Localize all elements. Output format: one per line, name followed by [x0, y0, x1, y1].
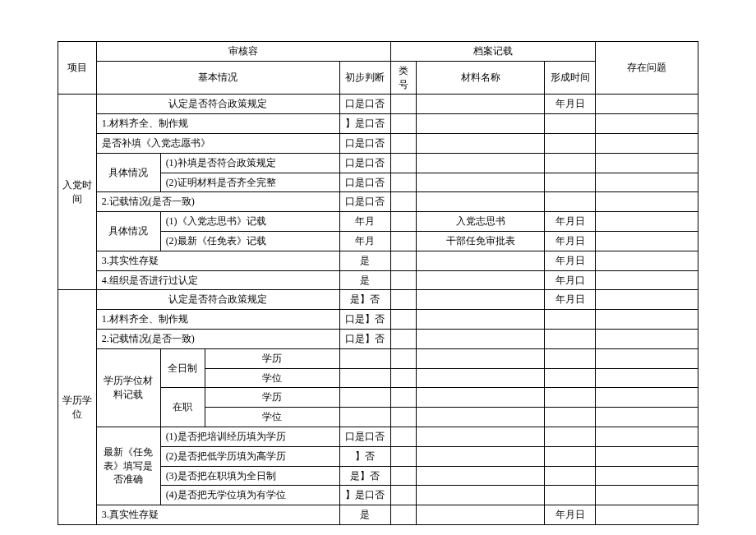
s2-matrix-edu-1: 学历 [205, 348, 340, 368]
s2-matrix-edu-2: 学历 [205, 388, 340, 408]
header-basic-situation: 基本情况 [96, 61, 339, 95]
s2-latest-a-judgment: 口是口否 [339, 427, 390, 446]
s2-matrix-1: 学历学位材料记载 全日制 学历 [58, 348, 698, 368]
s2-latest-d-label: (4)是否把无学位填为有学位 [160, 486, 339, 505]
s2-matrix-onjob: 在职 [160, 388, 205, 427]
header-row-1: 项目 审核容 档案记载 存在问题 [58, 42, 698, 62]
s1-r2-judgment: 口是口否 [339, 133, 390, 153]
s2-r3-judgment: 是 [339, 505, 390, 525]
header-archive-record: 档案记载 [391, 42, 596, 62]
s1-r6: 3.其实性存疑 是 年月日 [58, 251, 698, 270]
s2-r3: 3.真实性存疑 是 年月日 [58, 505, 698, 525]
s1-r3b-judgment: 口是口否 [339, 173, 390, 192]
s1-r4-label: 2.记载情况(是否一致) [96, 192, 339, 212]
lead-time: 年月日 [544, 95, 595, 114]
s1-r2-label: 是否补填《入党志愿书》 [96, 133, 339, 153]
s2-r1: 1.材料齐全、制作规 口是】否 [58, 310, 698, 330]
header-audit-content: 审核容 [96, 42, 390, 62]
s2-r2-judgment: 口是】否 [339, 329, 390, 348]
s2-latest-d-judgment: 】是口否 [339, 486, 390, 505]
s1-r5a-judgment: 年月 [339, 212, 390, 232]
s2-latest-c-judgment: 是】否 [339, 466, 390, 486]
s2-r3-time: 年月日 [544, 505, 595, 525]
s2-latest-a-label: (1)是否把培训经历填为学历 [160, 427, 339, 446]
s1-r4-judgment: 口是口否 [339, 192, 390, 212]
s2-latest-b-judgment: 】否 [339, 446, 390, 466]
s2-latest-a: 最新《任免表》填写是否准确 (1)是否把培训经历填为学历 口是口否 [58, 427, 698, 446]
audit-table: 项目 审核容 档案记载 存在问题 基本情况 初步判断 类号 材料名称 形成时间 … [58, 41, 698, 525]
lead-policy: 认定是否符合政策规定 [96, 95, 339, 114]
s1-r7-label: 4.组织是否进行过认定 [96, 270, 339, 290]
s2-matrix-degree-1: 学位 [205, 368, 340, 388]
s1-r7-time: 年月口 [544, 270, 595, 290]
s1-r5a: 具体情况 (1)《入党志思书》记载 年月 入党志思书 年月日 [58, 212, 698, 232]
section1-title: 入党时间 [58, 95, 97, 290]
s1-r1: 1.材料齐全、制作规 】是口否 [58, 114, 698, 134]
s1-r2: 是否补填《入党志愿书》 口是口否 [58, 133, 698, 153]
s1-r5a-material: 入党志思书 [417, 212, 545, 232]
s1-r6-time: 年月日 [544, 251, 595, 270]
section2-title: 学历学位 [58, 290, 97, 525]
s2-r1-label: 1.材料齐全、制作规 [96, 310, 339, 330]
s1-r7: 4.组织是否进行过认定 是 年月口 [58, 270, 698, 290]
header-issues: 存在问题 [596, 42, 698, 95]
header-preliminary-judgment: 初步判断 [339, 61, 390, 95]
s1-r7-judgment: 是 [339, 270, 390, 290]
s2-r2: 2.记载情况(是否一致) 口是】否 [58, 329, 698, 348]
s1-r4: 2.记载情况(是否一致) 口是口否 [58, 192, 698, 212]
s2-r3-label: 3.真实性存疑 [96, 505, 339, 525]
s1-r5-rowlabel: 具体情况 [96, 212, 160, 251]
s1-r5b-label: (2)最新《任免表》记载 [160, 231, 339, 251]
s2-matrix-rowlabel: 学历学位材料记载 [96, 348, 160, 427]
s1-r6-judgment: 是 [339, 251, 390, 270]
s2-r1-judgment: 口是】否 [339, 310, 390, 330]
s1-r5b-judgment: 年月 [339, 231, 390, 251]
lead-row: 入党时间 认定是否符合政策规定 口是口否 年月日 [58, 95, 698, 114]
s2-r2-label: 2.记载情况(是否一致) [96, 329, 339, 348]
s1-r1-judgment: 】是口否 [339, 114, 390, 134]
s1-r5a-label: (1)《入党志思书》记载 [160, 212, 339, 232]
header-formation-time: 形成时间 [544, 61, 595, 95]
s1-r3b-label: (2)证明材料是否齐全完整 [160, 173, 339, 192]
s2-matrix-degree-2: 学位 [205, 408, 340, 427]
s1-r5b-material: 干部任免审批表 [417, 231, 545, 251]
lead-judgment: 口是口否 [339, 95, 390, 114]
s1-r8-time: 年月日 [544, 290, 595, 310]
s1-r6-label: 3.其实性存疑 [96, 251, 339, 270]
header-category-no: 类号 [391, 61, 417, 95]
s1-r8-label: 认定是否符合政策规定 [96, 290, 339, 310]
s1-r1-label: 1.材料齐全、制作规 [96, 114, 339, 134]
s2-latest-b-label: (2)是否把低学历填为高学历 [160, 446, 339, 466]
s1-r3-rowlabel: 具体情况 [96, 153, 160, 192]
s2-matrix-fulltime: 全日制 [160, 348, 205, 388]
s1-r3a: 具体情况 (1)补填是否符合政策规定 口是口否 [58, 153, 698, 173]
s1-r3a-label: (1)补填是否符合政策规定 [160, 153, 339, 173]
header-material-name: 材料名称 [417, 61, 545, 95]
s1-r8-judgment: 是】否 [339, 290, 390, 310]
header-project: 项目 [58, 42, 97, 95]
s1-r3a-judgment: 口是口否 [339, 153, 390, 173]
s1-r8: 学历学位 认定是否符合政策规定 是】否 年月日 [58, 290, 698, 310]
s1-r5a-time: 年月日 [544, 212, 595, 232]
s2-latest-rowlabel: 最新《任免表》填写是否准确 [96, 427, 160, 505]
s2-latest-c-label: (3)是否把在职填为全日制 [160, 466, 339, 486]
s1-r5b-time: 年月日 [544, 231, 595, 251]
